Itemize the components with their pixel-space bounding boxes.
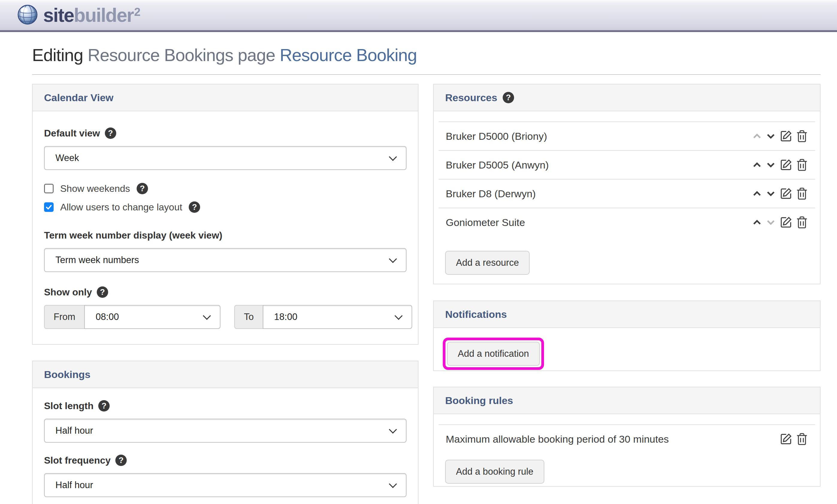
resources-header: Resources ? [434, 85, 820, 111]
resource-name: Goniometer Suite [446, 217, 525, 228]
default-view-label: Default view ? [44, 128, 407, 139]
bookings-title: Bookings [44, 369, 90, 380]
edit-icon[interactable] [779, 216, 793, 229]
chevron-down-icon [389, 255, 397, 263]
term-week-label: Term week number display (week view) [44, 230, 407, 241]
question-icon[interactable]: ? [115, 454, 127, 466]
sitebuilder-logo[interactable]: sitebuilder2 [17, 4, 140, 26]
add-resource-button[interactable]: Add a resource [445, 251, 530, 275]
question-icon[interactable]: ? [98, 400, 110, 412]
show-only-from-group: From 08:00 [44, 305, 220, 329]
resource-name: Bruker D8 (Derwyn) [446, 188, 536, 200]
calendar-view-title: Calendar View [44, 92, 113, 104]
slot-length-label: Slot length ? [44, 400, 407, 412]
resource-name: Bruker D5000 (Briony) [446, 130, 547, 142]
move-down-icon[interactable] [765, 160, 776, 170]
move-down-icon[interactable] [765, 131, 776, 142]
chevron-down-icon [203, 312, 211, 320]
globe-icon [17, 4, 38, 26]
show-weekends-checkbox[interactable] [44, 184, 54, 193]
allow-layout-row: Allow users to change layout ? [44, 202, 407, 212]
resources-panel: Resources ? Bruker D5000 (Briony) [433, 84, 820, 284]
allow-layout-checkbox[interactable] [44, 202, 54, 212]
bookings-panel: Bookings Slot length ? Half hour Slot fr… [32, 361, 418, 504]
highlight-annotation: Add a notification [443, 338, 544, 370]
show-only-to-group: To 18:00 [234, 305, 412, 329]
move-down-icon[interactable] [765, 188, 776, 199]
from-time-value: 08:00 [95, 312, 119, 322]
edit-icon[interactable] [779, 129, 793, 143]
booking-rules-list: Maximum allowable booking period of 30 m… [439, 424, 815, 453]
top-bar: sitebuilder2 [0, 0, 837, 32]
move-up-icon[interactable] [752, 217, 762, 228]
delete-icon[interactable] [796, 432, 808, 446]
booking-rule-row: Maximum allowable booking period of 30 m… [439, 424, 815, 453]
calendar-view-header: Calendar View [33, 85, 418, 111]
move-up-icon[interactable] [752, 188, 762, 199]
resource-row: Goniometer Suite [439, 208, 815, 237]
page-title: Editing Resource Bookings page Resource … [32, 45, 417, 65]
default-view-select[interactable]: Week [44, 146, 407, 170]
delete-icon[interactable] [796, 158, 808, 171]
slot-length-select[interactable]: Half hour [44, 419, 407, 443]
to-addon-label: To [234, 305, 263, 329]
default-view-value: Week [55, 153, 79, 163]
booking-rules-title: Booking rules [445, 395, 513, 407]
resource-row: Bruker D8 (Derwyn) [439, 179, 815, 208]
move-up-icon [752, 131, 762, 142]
allow-layout-label: Allow users to change layout [60, 202, 182, 213]
to-time-value: 18:00 [274, 312, 298, 322]
slot-length-value: Half hour [55, 425, 93, 436]
resource-name: Bruker D5005 (Anwyn) [446, 159, 549, 171]
edit-icon[interactable] [779, 158, 793, 172]
slot-frequency-select[interactable]: Half hour [44, 473, 407, 497]
from-time-select[interactable]: 08:00 [84, 305, 220, 329]
chevron-down-icon [389, 480, 397, 488]
show-weekends-row: Show weekends ? [44, 183, 407, 194]
add-notification-button[interactable]: Add a notification [447, 342, 540, 366]
question-icon[interactable]: ? [503, 92, 514, 103]
booking-rules-header: Booking rules [434, 387, 820, 414]
page-title-prefix: Editing [32, 45, 83, 64]
term-week-value: Term week numbers [55, 255, 139, 265]
page-title-name: Resource Booking [280, 45, 417, 64]
show-weekends-label: Show weekends [60, 183, 130, 194]
logo-wordmark: sitebuilder2 [43, 6, 140, 25]
delete-icon[interactable] [796, 187, 808, 200]
edit-icon[interactable] [779, 187, 793, 201]
chevron-down-icon [394, 312, 403, 320]
resources-title: Resources [445, 92, 497, 104]
page: sitebuilder2 Editing Resource Bookings p… [0, 0, 837, 504]
show-only-label: Show only ? [44, 286, 407, 298]
from-addon-label: From [44, 305, 84, 329]
question-icon[interactable]: ? [105, 128, 116, 139]
notifications-title: Notifications [445, 309, 507, 320]
resource-row: Bruker D5000 (Briony) [439, 122, 815, 150]
to-time-select[interactable]: 18:00 [263, 305, 412, 329]
question-icon[interactable]: ? [137, 183, 148, 194]
notifications-header: Notifications [434, 301, 820, 328]
move-down-icon [765, 217, 776, 228]
term-week-select[interactable]: Term week numbers [44, 248, 407, 272]
resource-row: Bruker D5005 (Anwyn) [439, 150, 815, 179]
heading-divider [32, 74, 820, 75]
notifications-panel: Notifications Add a notification [433, 300, 820, 371]
question-icon[interactable]: ? [97, 286, 108, 298]
booking-rule-text: Maximum allowable booking period of 30 m… [446, 433, 669, 445]
chevron-down-icon [389, 153, 397, 161]
edit-icon[interactable] [779, 432, 793, 446]
move-up-icon[interactable] [752, 160, 762, 170]
resources-list: Bruker D5000 (Briony) [439, 122, 815, 237]
question-icon[interactable]: ? [189, 201, 200, 213]
slot-frequency-value: Half hour [55, 480, 93, 490]
calendar-view-panel: Calendar View Default view ? Week Show w… [32, 84, 418, 345]
booking-rules-panel: Booking rules Maximum allowable booking … [433, 387, 820, 487]
bookings-header: Bookings [33, 361, 418, 388]
delete-icon[interactable] [796, 216, 808, 229]
page-title-context: Resource Bookings page [88, 45, 275, 64]
slot-frequency-label: Slot frequency ? [44, 454, 407, 466]
add-booking-rule-button[interactable]: Add a booking rule [445, 460, 544, 484]
delete-icon[interactable] [796, 130, 808, 143]
chevron-down-icon [389, 426, 397, 434]
